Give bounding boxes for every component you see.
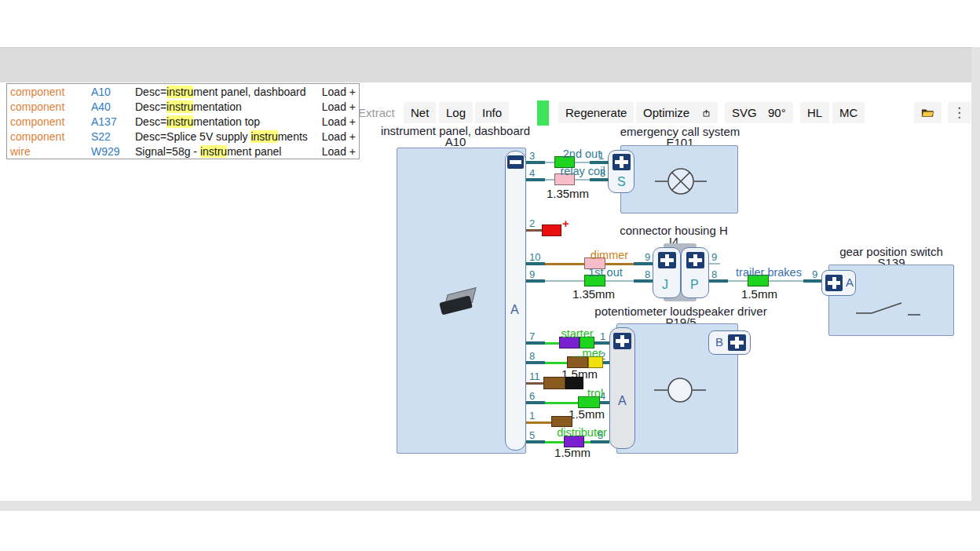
status-indicator: [537, 100, 549, 126]
load-plus-link[interactable]: Load +: [322, 130, 356, 143]
plus-icon: [825, 275, 843, 291]
wire-label-trailer-brakes: trailer brakes: [730, 266, 808, 279]
pin-number: 9: [529, 268, 535, 280]
p195-connector-letter-b: B: [715, 335, 723, 348]
wire-label-relay-coil: relay coil: [547, 165, 618, 177]
wire-label-dimmer: dimmer: [574, 249, 645, 261]
export-icon: [702, 107, 711, 119]
result-type: component: [10, 100, 91, 113]
load-plus-link[interactable]: Load +: [322, 115, 356, 128]
highlight-match: instru: [200, 145, 227, 158]
pin-tick: [590, 178, 609, 181]
wire-label-starter: starter: [542, 327, 612, 340]
pin-number: 8: [711, 268, 717, 280]
result-desc: Desc=instrumentation: [135, 100, 322, 113]
wire-label-2nd-out: 2nd out: [547, 148, 617, 160]
power-marker[interactable]: [542, 224, 561, 236]
result-row-w929[interactable]: wire W929 Signal=58g - instrument panel …: [7, 144, 359, 159]
wire-gauge: 1.5mm: [537, 446, 608, 459]
net-button[interactable]: Net: [404, 102, 436, 123]
pin-number: 3: [529, 150, 535, 162]
load-plus-link[interactable]: Load +: [322, 86, 356, 98]
wire-marker-stub-1[interactable]: [551, 416, 572, 427]
result-desc: Desc=instrument panel, dashboard: [135, 86, 322, 98]
result-desc: Signal=58g - instrument panel: [135, 145, 322, 158]
window-right-edge: [971, 47, 980, 510]
power-plus-sign: +: [562, 217, 569, 230]
result-row-s22[interactable]: component S22 Desc=Splice 5V supply inst…: [7, 129, 359, 144]
info-button[interactable]: Info: [475, 102, 509, 123]
a10-connector-strip[interactable]: [505, 151, 526, 451]
result-id: A10: [91, 86, 135, 98]
highlight-match: instru: [166, 115, 193, 128]
pin-number: 2: [529, 217, 535, 229]
i4-letter-p: P: [690, 278, 699, 292]
result-type: component: [10, 130, 91, 143]
pin-number: 9: [645, 251, 650, 263]
wire-label-mer: ...mer: [552, 347, 623, 359]
plus-icon: [686, 252, 704, 268]
result-id: S22: [91, 130, 135, 143]
plus-icon: [728, 334, 746, 351]
plus-icon: [658, 252, 676, 268]
load-plus-link[interactable]: Load +: [322, 145, 356, 158]
a10-ref-label: A10: [357, 135, 554, 148]
regenerate-button[interactable]: Regenerate: [558, 102, 634, 123]
toolbar: Any Any Scm Load Extract Net Log Info Re…: [0, 47, 980, 82]
result-type: component: [10, 115, 91, 128]
result-type: component: [10, 86, 91, 98]
pin-number: 10: [529, 251, 540, 263]
wire-label-trol: ...trol: [555, 387, 626, 400]
potentiometer-symbol: [654, 377, 706, 403]
pin-number: 8: [529, 350, 535, 362]
pin-number: 8: [645, 268, 650, 280]
wire-stub-11: [526, 382, 545, 385]
pin-number: 5: [529, 429, 535, 441]
result-type: wire: [10, 145, 91, 158]
mc-button[interactable]: MC: [832, 102, 865, 123]
log-button[interactable]: Log: [439, 102, 473, 123]
wire-gauge: 1.35mm: [532, 187, 603, 200]
open-folder-button[interactable]: [914, 102, 942, 123]
wire-label-distributor: distributor: [547, 426, 617, 439]
i4-letter-j: J: [662, 278, 668, 292]
pin-number: 4: [529, 167, 535, 179]
highlight-match: instru: [166, 100, 193, 113]
svg-button[interactable]: SVG: [725, 102, 764, 123]
wire-power-stub: [526, 229, 543, 232]
wire-stub-1: [526, 421, 551, 424]
lamp-symbol: [655, 166, 707, 196]
menu-button[interactable]: ⋮: [948, 102, 971, 123]
result-row-a137[interactable]: component A137 Desc=instrumentation top …: [7, 114, 359, 129]
pin-number: 9: [812, 268, 817, 280]
wire-label-1st-out: 1st out: [570, 266, 641, 279]
result-id: A40: [91, 100, 135, 113]
search-results-dropdown: component A10 Desc=instrument panel, das…: [6, 83, 360, 159]
pin-number: 6: [529, 390, 535, 402]
highlight-match: instru: [166, 86, 193, 98]
app-window: Any Any Scm Load Extract Net Log Info Re…: [0, 0, 980, 551]
result-desc: Desc=Splice 5V supply instruments: [135, 130, 322, 143]
a10-connector-letter: A: [510, 303, 519, 317]
pin-number: 9: [711, 251, 717, 263]
result-desc: Desc=instrumentation top: [135, 115, 322, 128]
window-bottom-edge: [0, 501, 980, 511]
rotate-90-button[interactable]: 90°: [761, 102, 793, 123]
wire-gauge: 1.35mm: [558, 287, 629, 301]
highlight-match: instru: [250, 130, 277, 143]
wire-gauge: 1.5mm: [724, 287, 795, 301]
pin-number: 11: [529, 370, 540, 382]
optimize-button[interactable]: Optimize: [636, 102, 697, 123]
hl-button[interactable]: HL: [800, 102, 829, 123]
export-button[interactable]: [695, 102, 718, 123]
load-plus-link[interactable]: Load +: [322, 100, 356, 113]
folder-icon: [921, 107, 934, 119]
minus-icon: [507, 155, 524, 169]
result-row-a40[interactable]: component A40 Desc=instrumentation Load …: [7, 99, 359, 114]
s139-connector-letter: A: [846, 276, 854, 289]
e101-connector-letter: S: [617, 175, 626, 189]
wire-p-stub: [709, 263, 720, 265]
result-row-a10[interactable]: component A10 Desc=instrument panel, das…: [7, 84, 359, 99]
pin-number: 7: [529, 330, 535, 342]
switch-symbol: [856, 297, 927, 319]
